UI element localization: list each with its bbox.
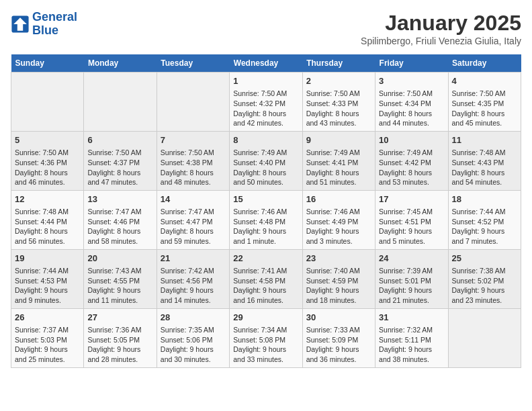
calendar-cell: 8Sunrise: 7:49 AM Sunset: 4:40 PM Daylig… [230, 131, 302, 190]
day-info: Sunrise: 7:43 AM Sunset: 4:55 PM Dayligh… [87, 266, 152, 306]
day-number: 13 [87, 193, 152, 205]
day-info: Sunrise: 7:36 AM Sunset: 5:05 PM Dayligh… [87, 325, 152, 365]
weekday-header-monday: Monday [84, 54, 157, 73]
day-info: Sunrise: 7:40 AM Sunset: 4:59 PM Dayligh… [306, 266, 371, 306]
title-block: January 2025 Spilimbergo, Friuli Venezia… [361, 11, 521, 46]
day-number: 29 [233, 312, 298, 324]
calendar-cell: 7Sunrise: 7:50 AM Sunset: 4:38 PM Daylig… [157, 131, 229, 190]
day-number: 15 [233, 193, 298, 205]
calendar-cell: 19Sunrise: 7:44 AM Sunset: 4:53 PM Dayli… [11, 249, 84, 308]
day-number: 30 [306, 312, 371, 324]
day-info: Sunrise: 7:41 AM Sunset: 4:58 PM Dayligh… [233, 266, 298, 306]
weekday-header-thursday: Thursday [302, 54, 375, 73]
calendar-cell: 25Sunrise: 7:38 AM Sunset: 5:02 PM Dayli… [448, 249, 521, 308]
day-info: Sunrise: 7:38 AM Sunset: 5:02 PM Dayligh… [452, 266, 517, 306]
day-info: Sunrise: 7:46 AM Sunset: 4:49 PM Dayligh… [306, 207, 371, 246]
day-number: 22 [233, 253, 298, 265]
calendar-week-row: 19Sunrise: 7:44 AM Sunset: 4:53 PM Dayli… [11, 249, 521, 308]
calendar-cell: 16Sunrise: 7:46 AM Sunset: 4:49 PM Dayli… [302, 190, 375, 249]
day-number: 1 [233, 75, 298, 87]
logo-icon [11, 15, 30, 34]
weekday-header-tuesday: Tuesday [157, 54, 229, 73]
weekday-header-sunday: Sunday [11, 54, 84, 73]
day-info: Sunrise: 7:49 AM Sunset: 4:41 PM Dayligh… [306, 148, 371, 187]
day-number: 20 [87, 253, 152, 265]
day-info: Sunrise: 7:35 AM Sunset: 5:06 PM Dayligh… [161, 325, 226, 365]
calendar-cell: 3Sunrise: 7:50 AM Sunset: 4:34 PM Daylig… [375, 73, 448, 132]
day-info: Sunrise: 7:33 AM Sunset: 5:09 PM Dayligh… [306, 325, 371, 365]
day-info: Sunrise: 7:45 AM Sunset: 4:51 PM Dayligh… [379, 207, 444, 246]
logo-line1: General [32, 10, 77, 24]
calendar-week-row: 1Sunrise: 7:50 AM Sunset: 4:32 PM Daylig… [11, 73, 521, 132]
logo-line2: Blue [32, 24, 58, 37]
day-number: 21 [161, 253, 226, 265]
calendar-cell: 1Sunrise: 7:50 AM Sunset: 4:32 PM Daylig… [230, 73, 302, 132]
calendar-cell: 18Sunrise: 7:44 AM Sunset: 4:52 PM Dayli… [448, 190, 521, 249]
page-header: General Blue January 2025 Spilimbergo, F… [11, 11, 521, 46]
calendar-header: SundayMondayTuesdayWednesdayThursdayFrid… [11, 54, 521, 73]
day-number: 11 [452, 134, 517, 146]
day-number: 24 [379, 253, 444, 265]
calendar-cell [448, 308, 521, 367]
day-number: 27 [87, 312, 152, 324]
day-number: 3 [379, 75, 444, 87]
calendar-week-row: 5Sunrise: 7:50 AM Sunset: 4:36 PM Daylig… [11, 131, 521, 190]
location-subtitle: Spilimbergo, Friuli Venezia Giulia, Ital… [361, 36, 521, 46]
day-number: 17 [379, 193, 444, 205]
calendar-cell: 26Sunrise: 7:37 AM Sunset: 5:03 PM Dayli… [11, 308, 84, 367]
day-info: Sunrise: 7:47 AM Sunset: 4:46 PM Dayligh… [87, 207, 152, 246]
day-number: 8 [233, 134, 298, 146]
calendar-cell: 14Sunrise: 7:47 AM Sunset: 4:47 PM Dayli… [157, 190, 229, 249]
day-info: Sunrise: 7:32 AM Sunset: 5:11 PM Dayligh… [379, 325, 444, 365]
calendar-cell: 27Sunrise: 7:36 AM Sunset: 5:05 PM Dayli… [84, 308, 157, 367]
calendar-cell: 12Sunrise: 7:48 AM Sunset: 4:44 PM Dayli… [11, 190, 84, 249]
day-info: Sunrise: 7:37 AM Sunset: 5:03 PM Dayligh… [15, 325, 80, 365]
calendar-cell [157, 73, 229, 132]
calendar-body: 1Sunrise: 7:50 AM Sunset: 4:32 PM Daylig… [11, 73, 521, 368]
calendar-cell: 28Sunrise: 7:35 AM Sunset: 5:06 PM Dayli… [157, 308, 229, 367]
calendar-cell: 15Sunrise: 7:46 AM Sunset: 4:48 PM Dayli… [230, 190, 302, 249]
calendar-cell: 10Sunrise: 7:49 AM Sunset: 4:42 PM Dayli… [375, 131, 448, 190]
calendar-week-row: 12Sunrise: 7:48 AM Sunset: 4:44 PM Dayli… [11, 190, 521, 249]
day-info: Sunrise: 7:49 AM Sunset: 4:42 PM Dayligh… [379, 148, 444, 187]
day-number: 28 [161, 312, 226, 324]
calendar-cell: 31Sunrise: 7:32 AM Sunset: 5:11 PM Dayli… [375, 308, 448, 367]
day-number: 7 [161, 134, 226, 146]
calendar-cell [84, 73, 157, 132]
logo: General Blue [11, 11, 77, 38]
day-info: Sunrise: 7:46 AM Sunset: 4:48 PM Dayligh… [233, 207, 298, 246]
calendar-cell: 9Sunrise: 7:49 AM Sunset: 4:41 PM Daylig… [302, 131, 375, 190]
calendar-cell: 2Sunrise: 7:50 AM Sunset: 4:33 PM Daylig… [302, 73, 375, 132]
day-info: Sunrise: 7:49 AM Sunset: 4:40 PM Dayligh… [233, 148, 298, 187]
day-info: Sunrise: 7:50 AM Sunset: 4:38 PM Dayligh… [161, 148, 226, 187]
day-info: Sunrise: 7:50 AM Sunset: 4:36 PM Dayligh… [15, 148, 80, 187]
calendar-cell: 21Sunrise: 7:42 AM Sunset: 4:56 PM Dayli… [157, 249, 229, 308]
day-number: 31 [379, 312, 444, 324]
day-number: 9 [306, 134, 371, 146]
day-number: 2 [306, 75, 371, 87]
day-number: 26 [15, 312, 80, 324]
weekday-header-wednesday: Wednesday [230, 54, 302, 73]
day-number: 16 [306, 193, 371, 205]
day-info: Sunrise: 7:42 AM Sunset: 4:56 PM Dayligh… [161, 266, 226, 306]
day-info: Sunrise: 7:48 AM Sunset: 4:43 PM Dayligh… [452, 148, 517, 187]
calendar-table: SundayMondayTuesdayWednesdayThursdayFrid… [11, 54, 521, 368]
weekday-header-saturday: Saturday [448, 54, 521, 73]
day-number: 5 [15, 134, 80, 146]
calendar-cell: 20Sunrise: 7:43 AM Sunset: 4:55 PM Dayli… [84, 249, 157, 308]
day-number: 4 [452, 75, 517, 87]
day-info: Sunrise: 7:44 AM Sunset: 4:53 PM Dayligh… [15, 266, 80, 306]
day-number: 14 [161, 193, 226, 205]
month-title: January 2025 [361, 11, 521, 36]
calendar-cell: 30Sunrise: 7:33 AM Sunset: 5:09 PM Dayli… [302, 308, 375, 367]
calendar-cell: 11Sunrise: 7:48 AM Sunset: 4:43 PM Dayli… [448, 131, 521, 190]
day-number: 6 [87, 134, 152, 146]
day-info: Sunrise: 7:50 AM Sunset: 4:35 PM Dayligh… [452, 89, 517, 128]
day-info: Sunrise: 7:50 AM Sunset: 4:34 PM Dayligh… [379, 89, 444, 128]
calendar-cell: 22Sunrise: 7:41 AM Sunset: 4:58 PM Dayli… [230, 249, 302, 308]
day-number: 19 [15, 253, 80, 265]
calendar-cell: 5Sunrise: 7:50 AM Sunset: 4:36 PM Daylig… [11, 131, 84, 190]
calendar-cell: 24Sunrise: 7:39 AM Sunset: 5:01 PM Dayli… [375, 249, 448, 308]
calendar-cell: 6Sunrise: 7:50 AM Sunset: 4:37 PM Daylig… [84, 131, 157, 190]
calendar-cell: 17Sunrise: 7:45 AM Sunset: 4:51 PM Dayli… [375, 190, 448, 249]
